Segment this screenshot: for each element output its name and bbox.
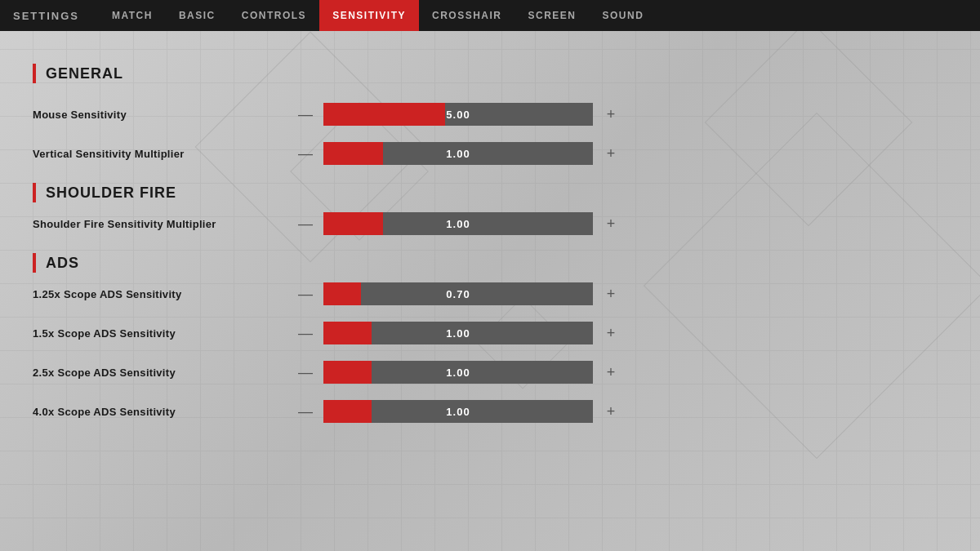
tab-screen[interactable]: SCREEN <box>515 0 590 31</box>
value-25x: 1.00 <box>323 361 593 384</box>
minus-shoulder-fire[interactable]: — <box>294 212 317 235</box>
setting-row-mouse-sensitivity: Mouse Sensitivity — 5.00 + <box>33 100 621 129</box>
navbar: SETTINGS MATCH BASIC CONTROLS SENSITIVIT… <box>0 0 980 31</box>
settings-title: SETTINGS <box>13 10 79 22</box>
section-accent-ads <box>33 253 36 273</box>
controls-vertical-sensitivity: — 1.00 + <box>294 142 622 165</box>
slider-40x[interactable]: 1.00 <box>323 400 593 423</box>
minus-25x[interactable]: — <box>294 361 317 384</box>
section-accent-general <box>33 64 36 83</box>
setting-row-25x: 2.5x Scope ADS Sensitivity — 1.00 + <box>33 358 621 387</box>
plus-40x[interactable]: + <box>599 400 622 423</box>
value-vertical-sensitivity: 1.00 <box>323 142 593 165</box>
minus-vertical-sensitivity[interactable]: — <box>294 142 317 165</box>
plus-mouse-sensitivity[interactable]: + <box>599 103 622 126</box>
label-shoulder-fire: Shoulder Fire Sensitivity Multiplier <box>33 218 294 230</box>
section-title-general: General <box>46 65 123 82</box>
controls-40x: — 1.00 + <box>294 400 622 423</box>
slider-125x[interactable]: 0.70 <box>323 282 593 305</box>
minus-15x[interactable]: — <box>294 322 317 344</box>
plus-shoulder-fire[interactable]: + <box>599 212 622 235</box>
main-content: General Mouse Sensitivity — 5.00 + Verti… <box>0 31 653 460</box>
setting-row-40x: 4.0x Scope ADS Sensitivity — 1.00 + <box>33 397 621 426</box>
section-header-shoulder-fire: Shoulder Fire <box>33 183 621 202</box>
label-25x: 2.5x Scope ADS Sensitivity <box>33 367 294 379</box>
section-header-ads: ADS <box>33 253 621 273</box>
label-15x: 1.5x Scope ADS Sensitivity <box>33 327 294 340</box>
slider-15x[interactable]: 1.00 <box>323 322 593 344</box>
label-mouse-sensitivity: Mouse Sensitivity <box>33 109 294 121</box>
value-shoulder-fire: 1.00 <box>323 212 593 235</box>
plus-15x[interactable]: + <box>599 322 622 344</box>
tab-basic[interactable]: BASIC <box>166 0 229 31</box>
value-15x: 1.00 <box>323 322 593 344</box>
plus-25x[interactable]: + <box>599 361 622 384</box>
label-125x: 1.25x Scope ADS Sensitivity <box>33 288 294 300</box>
minus-40x[interactable]: — <box>294 400 317 423</box>
tab-match[interactable]: MATCH <box>99 0 166 31</box>
minus-mouse-sensitivity[interactable]: — <box>294 103 317 126</box>
tab-sound[interactable]: SOUND <box>590 0 657 31</box>
slider-vertical-sensitivity[interactable]: 1.00 <box>323 142 593 165</box>
setting-row-shoulder-fire: Shoulder Fire Sensitivity Multiplier — 1… <box>33 209 621 238</box>
value-40x: 1.00 <box>323 400 593 423</box>
controls-25x: — 1.00 + <box>294 361 622 384</box>
setting-row-15x: 1.5x Scope ADS Sensitivity — 1.00 + <box>33 318 621 348</box>
slider-shoulder-fire[interactable]: 1.00 <box>323 212 593 235</box>
plus-vertical-sensitivity[interactable]: + <box>599 142 622 165</box>
label-vertical-sensitivity: Vertical Sensitivity Multiplier <box>33 148 294 160</box>
section-accent-shoulder-fire <box>33 183 36 202</box>
tab-controls[interactable]: CONTROLS <box>229 0 319 31</box>
controls-125x: — 0.70 + <box>294 282 622 305</box>
minus-125x[interactable]: — <box>294 282 317 305</box>
value-125x: 0.70 <box>323 282 593 305</box>
setting-row-vertical-sensitivity: Vertical Sensitivity Multiplier — 1.00 + <box>33 139 621 168</box>
controls-shoulder-fire: — 1.00 + <box>294 212 622 235</box>
value-mouse-sensitivity: 5.00 <box>323 103 593 126</box>
label-40x: 4.0x Scope ADS Sensitivity <box>33 406 294 418</box>
section-title-ads: ADS <box>46 255 79 272</box>
controls-mouse-sensitivity: — 5.00 + <box>294 103 622 126</box>
controls-15x: — 1.00 + <box>294 322 622 344</box>
plus-125x[interactable]: + <box>599 282 622 305</box>
section-header-general: General <box>33 64 621 83</box>
section-title-shoulder-fire: Shoulder Fire <box>46 184 176 202</box>
tab-crosshair[interactable]: CROSSHAIR <box>419 0 515 31</box>
tab-sensitivity[interactable]: SENSITIVITY <box>319 0 419 31</box>
slider-25x[interactable]: 1.00 <box>323 361 593 384</box>
setting-row-125x: 1.25x Scope ADS Sensitivity — 0.70 + <box>33 279 621 309</box>
slider-mouse-sensitivity[interactable]: 5.00 <box>323 103 593 126</box>
